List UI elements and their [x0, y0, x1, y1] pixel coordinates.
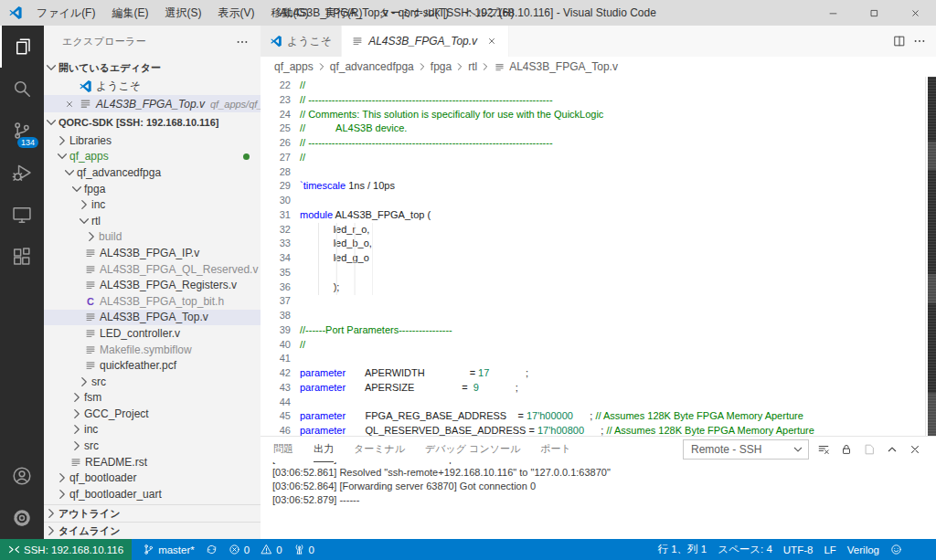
- code-line[interactable]: 35: [261, 266, 936, 280]
- more-actions-button[interactable]: [910, 32, 929, 50]
- panel-tab-problems[interactable]: 問題: [273, 437, 293, 462]
- breadcrumb-item[interactable]: qf_advancedfpga: [330, 60, 414, 73]
- tree-item[interactable]: fpga: [44, 181, 261, 197]
- code-line[interactable]: 40//: [261, 338, 936, 353]
- code-line[interactable]: 42parameter APERWIDTH = 17 ;: [261, 366, 936, 381]
- tree-item[interactable]: LED_controller.v: [44, 325, 261, 342]
- lock-scrolling-button[interactable]: [838, 441, 855, 458]
- tree-item[interactable]: qf_bootloader: [44, 470, 261, 486]
- tree-item[interactable]: qf_bootloader_uart: [44, 486, 261, 502]
- status-branch[interactable]: master*: [137, 539, 200, 560]
- code-line[interactable]: 23// -----------------------------------…: [261, 93, 936, 108]
- code-line[interactable]: 45parameter FPGA_REG_BASE_ADDRESS = 17'h…: [261, 409, 936, 424]
- breadcrumb-item[interactable]: qf_apps: [274, 60, 314, 73]
- code-line[interactable]: 22//: [261, 79, 936, 93]
- code-line[interactable]: 36 );: [261, 280, 936, 295]
- split-editor-button[interactable]: [890, 32, 909, 50]
- breadcrumb-item[interactable]: fpga: [431, 60, 452, 73]
- code-line[interactable]: 44: [261, 396, 936, 410]
- tree-item[interactable]: GCC_Project: [44, 406, 261, 422]
- tree-item[interactable]: CAL4S3B_FPGA_top_bit.h: [44, 293, 261, 310]
- code-line[interactable]: 38: [261, 309, 936, 323]
- status-indentation[interactable]: スペース: 4: [712, 539, 778, 560]
- activity-run-debug-button[interactable]: [0, 152, 44, 194]
- code-line[interactable]: 25// AL4S3B device.: [261, 122, 936, 136]
- open-editor-item-al4s3b-fpga-top[interactable]: AL4S3B_FPGA_Top.vqf_apps/qf_advan...: [44, 95, 261, 112]
- close-editor-icon[interactable]: [62, 97, 77, 111]
- clear-output-button[interactable]: [815, 441, 832, 458]
- tree-item[interactable]: inc: [44, 196, 261, 213]
- panel-tab-terminal[interactable]: ターミナル: [354, 437, 405, 462]
- code-line[interactable]: 28: [261, 165, 936, 180]
- code-line[interactable]: 24// Comments: This solution is specific…: [261, 108, 936, 122]
- code-line[interactable]: 46parameter QL_RESERVED_BASE_ADDRESS = 1…: [261, 424, 936, 436]
- tree-item[interactable]: AL4S3B_FPGA_QL_Reserved.v: [44, 261, 261, 278]
- close-panel-button[interactable]: [907, 441, 923, 458]
- code-line[interactable]: 41: [261, 352, 936, 366]
- activity-remote-explorer-button[interactable]: [0, 194, 44, 236]
- tree-item[interactable]: src: [44, 438, 261, 454]
- status-encoding[interactable]: UTF-8: [778, 539, 819, 560]
- open-in-editor-button[interactable]: [861, 441, 878, 458]
- status-ports-forwarded[interactable]: 0: [288, 539, 320, 560]
- code-line[interactable]: 29`timescale 1ns / 10ps: [261, 179, 936, 194]
- status-remote[interactable]: SSH: 192.168.10.116: [0, 539, 132, 560]
- breadcrumb-item[interactable]: rtl: [468, 60, 477, 73]
- maximize-panel-button[interactable]: [884, 441, 900, 458]
- code-line[interactable]: 37: [261, 294, 936, 309]
- tree-item[interactable]: src: [44, 374, 261, 390]
- tab-al4s3b-fpga-top[interactable]: AL4S3B_FPGA_Top.v: [342, 26, 509, 57]
- timeline-section-header[interactable]: タイムライン: [44, 522, 261, 539]
- activity-extensions-button[interactable]: [0, 236, 44, 278]
- code-line[interactable]: 32 led_r_o,: [261, 223, 936, 238]
- panel-tab-debug-console[interactable]: デバッグ コンソール: [425, 437, 520, 462]
- activity-settings-button[interactable]: [0, 497, 44, 539]
- code-line[interactable]: 34 led_g_o: [261, 251, 936, 266]
- minimap[interactable]: [928, 77, 936, 436]
- status-sync[interactable]: [200, 539, 223, 560]
- code-line[interactable]: 27//: [261, 151, 936, 165]
- tree-item[interactable]: fsm: [44, 390, 261, 407]
- code-line[interactable]: 26// -----------------------------------…: [261, 136, 936, 151]
- breadcrumb-item[interactable]: AL4S3B_FPGA_Top.v: [509, 60, 618, 73]
- code-line[interactable]: 39//------Port Parameters---------------…: [261, 323, 936, 338]
- tree-item[interactable]: build: [44, 229, 261, 246]
- status-warnings[interactable]: 0: [255, 539, 287, 560]
- status-errors[interactable]: 0: [223, 539, 255, 560]
- status-cursor-position[interactable]: 行 1、列 1: [653, 539, 713, 560]
- panel-tab-ports[interactable]: ポート: [540, 437, 571, 462]
- code-line[interactable]: 33 led_b_o,: [261, 237, 936, 251]
- status-notifications[interactable]: [908, 539, 931, 560]
- menubar-item[interactable]: ファイル(F): [28, 0, 103, 26]
- close-button[interactable]: [895, 0, 936, 26]
- tree-item[interactable]: Libraries: [44, 132, 261, 149]
- tree-item[interactable]: AL4S3B_FPGA_Registers.v: [44, 277, 261, 293]
- activity-source-control-button[interactable]: 134: [0, 110, 44, 152]
- tree-item[interactable]: AL4S3B_FPGA_IP.v: [44, 245, 261, 261]
- tree-item[interactable]: AL4S3B_FPGA_Top.v: [44, 310, 261, 326]
- tree-item[interactable]: qf_advancedfpga: [44, 164, 261, 181]
- tree-item[interactable]: rtl: [44, 213, 261, 229]
- code-line[interactable]: 30: [261, 194, 936, 208]
- code-line[interactable]: 31module AL4S3B_FPGA_top (: [261, 208, 936, 223]
- activity-explorer-button[interactable]: [0, 26, 44, 68]
- tab-welcome[interactable]: ようこそ: [261, 26, 342, 57]
- outline-section-header[interactable]: アウトライン: [44, 504, 261, 522]
- tree-item[interactable]: Makefile.symbiflow: [44, 342, 261, 358]
- output-channel-select[interactable]: Remote - SSH: [683, 439, 809, 460]
- menubar-item[interactable]: 表示(V): [209, 0, 262, 26]
- close-tab-icon[interactable]: [484, 34, 499, 48]
- status-eol[interactable]: LF: [818, 539, 841, 560]
- views-and-more-actions-button[interactable]: [233, 33, 251, 51]
- tree-item[interactable]: README.rst: [44, 454, 261, 470]
- activity-account-button[interactable]: [0, 455, 44, 497]
- open-editors-section-header[interactable]: 開いているエディター: [44, 58, 261, 78]
- code-line[interactable]: 43parameter APERSIZE = 9 ;: [261, 381, 936, 396]
- panel-tab-output[interactable]: 出力: [314, 437, 334, 462]
- activity-search-button[interactable]: [0, 68, 44, 110]
- tree-item[interactable]: inc: [44, 422, 261, 438]
- maximize-button[interactable]: [854, 0, 895, 26]
- tree-item[interactable]: quickfeather.pcf: [44, 357, 261, 374]
- minimize-button[interactable]: [813, 0, 854, 26]
- open-editor-item-welcome[interactable]: ようこそ: [44, 78, 261, 95]
